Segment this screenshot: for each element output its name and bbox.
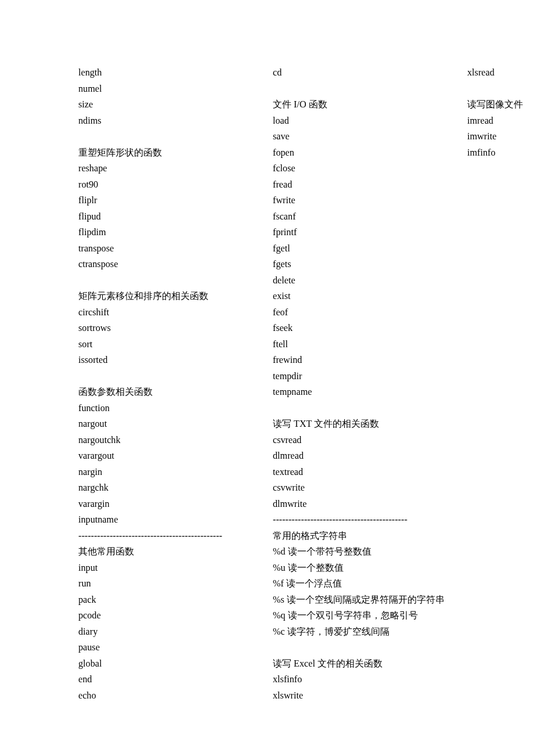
text-line: ctranspose xyxy=(78,257,261,273)
text-line: end xyxy=(78,672,261,688)
text-line: fclose xyxy=(273,161,456,177)
text-line: tempdir xyxy=(273,369,456,385)
text-line: function xyxy=(78,401,261,417)
text-line: ftell xyxy=(273,337,456,353)
blank-line xyxy=(78,369,261,385)
text-line: %c 读字符，博爱扩空线间隔 xyxy=(273,624,456,640)
text-line: sort xyxy=(78,337,261,353)
text-line: circshift xyxy=(78,305,261,321)
text-line: 重塑矩阵形状的函数 xyxy=(78,145,261,161)
text-line: ----------------------------------------… xyxy=(78,528,261,545)
blank-line xyxy=(273,640,456,656)
text-line: 读写 Excel 文件的相关函数 xyxy=(273,656,456,672)
text-line: issorted xyxy=(78,352,261,369)
text-line: inputname xyxy=(78,512,261,528)
text-line: fread xyxy=(273,177,456,193)
text-line: run xyxy=(78,576,261,592)
text-line: flipdim xyxy=(78,225,261,241)
blank-line xyxy=(273,81,456,98)
text-line: 矩阵元素移位和排序的相关函数 xyxy=(78,289,261,305)
text-line: size xyxy=(78,97,261,113)
text-line: exist xyxy=(273,289,456,305)
text-line: feof xyxy=(273,305,456,321)
text-line: delete xyxy=(273,273,456,289)
text-line: fopen xyxy=(273,145,456,161)
text-line: %u 读一个整数值 xyxy=(273,560,456,577)
text-line: nargin xyxy=(78,465,261,481)
text-line: 常用的格式字符串 xyxy=(273,528,456,545)
text-line: xlsread xyxy=(467,65,534,81)
two-column-content: lengthnumelsizendims重塑矩阵形状的函数reshaperot9… xyxy=(78,65,456,715)
text-line: dlmwrite xyxy=(273,496,456,513)
text-line: dlmread xyxy=(273,448,456,465)
text-line: numel xyxy=(78,81,261,98)
text-line: imwrite xyxy=(467,129,534,145)
blank-line xyxy=(273,401,456,417)
text-line: %d 读一个带符号整数值 xyxy=(273,544,456,560)
text-line: length xyxy=(78,65,261,81)
text-line: nargchk xyxy=(78,480,261,496)
text-line: 读写 TXT 文件的相关函数 xyxy=(273,416,456,433)
blank-line xyxy=(78,273,261,289)
text-line: rot90 xyxy=(78,177,261,193)
text-line: reshape xyxy=(78,161,261,177)
text-line: ndims xyxy=(78,113,261,129)
text-line: 文件 I/O 函数 xyxy=(273,97,456,113)
text-line: pause xyxy=(78,640,261,656)
blank-line xyxy=(78,129,261,145)
text-line: fwrite xyxy=(273,193,456,209)
text-line: flipud xyxy=(78,209,261,225)
text-line: csvread xyxy=(273,433,456,449)
text-line: ----------------------------------------… xyxy=(273,512,456,528)
text-line: xlswrite xyxy=(273,688,456,704)
text-line: fliplr xyxy=(78,193,261,209)
text-line: %s 读一个空线间隔或定界符隔开的字符串 xyxy=(273,592,456,609)
text-line: %f 读一个浮点值 xyxy=(273,576,456,592)
text-line: fseek xyxy=(273,321,456,337)
text-line: load xyxy=(273,113,456,129)
text-line: tempname xyxy=(273,384,456,401)
text-line: diary xyxy=(78,624,261,640)
blank-line xyxy=(467,81,534,98)
text-line: %q 读一个双引号字符串，忽略引号 xyxy=(273,608,456,624)
text-line: fprintf xyxy=(273,225,456,241)
text-line: transpose xyxy=(78,241,261,257)
text-line: fgets xyxy=(273,257,456,273)
text-line: varargin xyxy=(78,496,261,513)
text-line: nargoutchk xyxy=(78,433,261,449)
text-line: global xyxy=(78,656,261,672)
text-line: cd xyxy=(273,65,456,81)
text-line: fgetl xyxy=(273,241,456,257)
text-line: csvwrite xyxy=(273,480,456,496)
text-line: frewind xyxy=(273,352,456,369)
text-line: textread xyxy=(273,465,456,481)
text-line: fscanf xyxy=(273,209,456,225)
text-line: echo xyxy=(78,688,261,704)
text-line: pcode xyxy=(78,608,261,624)
text-line: varargout xyxy=(78,448,261,465)
document-page: lengthnumelsizendims重塑矩阵形状的函数reshaperot9… xyxy=(0,0,534,756)
text-line: input xyxy=(78,560,261,577)
text-line: 读写图像文件 xyxy=(467,97,534,113)
text-line: pack xyxy=(78,592,261,609)
text-line: xlsfinfo xyxy=(273,672,456,688)
text-line: sortrows xyxy=(78,321,261,337)
text-line: imfinfo xyxy=(467,145,534,161)
text-line: 函数参数相关函数 xyxy=(78,384,261,401)
text-line: 其他常用函数 xyxy=(78,544,261,560)
text-line: save xyxy=(273,129,456,145)
text-line: nargout xyxy=(78,416,261,433)
text-line: imread xyxy=(467,113,534,129)
